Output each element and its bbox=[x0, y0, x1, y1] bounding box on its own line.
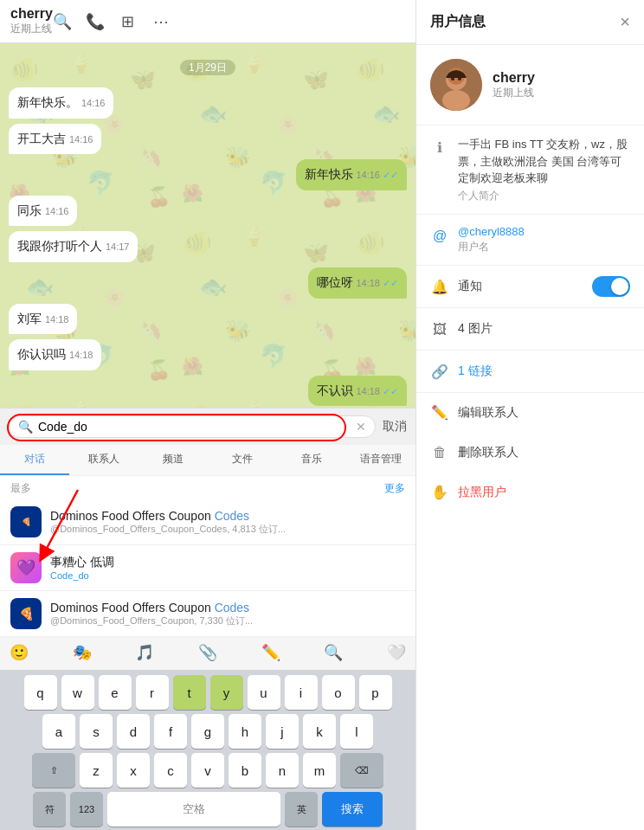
key-w[interactable]: w bbox=[61, 675, 94, 710]
key-j[interactable]: j bbox=[266, 714, 299, 749]
key-space[interactable]: 空格 bbox=[107, 792, 280, 827]
delete-contact-action[interactable]: 🗑 删除联系人 bbox=[416, 433, 644, 473]
attachment-icon[interactable]: 📎 bbox=[196, 640, 220, 665]
search-tab-files[interactable]: 文件 bbox=[208, 445, 277, 475]
key-f[interactable]: f bbox=[154, 714, 187, 749]
key-q[interactable]: q bbox=[24, 675, 57, 710]
key-h[interactable]: h bbox=[229, 714, 261, 749]
key-a[interactable]: a bbox=[42, 714, 75, 749]
search-input-wrap[interactable]: 🔍 ✕ bbox=[9, 415, 376, 438]
username-value[interactable]: @cheryl8888 bbox=[458, 225, 525, 238]
pencil-icon[interactable]: ✏️ bbox=[259, 640, 283, 665]
search-more-link[interactable]: 更多 bbox=[384, 481, 405, 496]
key-z[interactable]: z bbox=[80, 753, 113, 788]
chat-contact-name: cherry bbox=[10, 6, 53, 21]
search-tab-contacts[interactable]: 联系人 bbox=[69, 445, 138, 475]
key-m[interactable]: m bbox=[303, 753, 336, 788]
svg-point-3 bbox=[442, 90, 470, 111]
message-bubble: 开工大吉 14:16 bbox=[9, 124, 101, 155]
key-lang[interactable]: 英 bbox=[285, 792, 318, 827]
link-icon: 🔗 bbox=[430, 363, 449, 382]
links-row[interactable]: 🔗 1 链接 bbox=[416, 351, 644, 393]
media-row[interactable]: 🖼 4 图片 bbox=[416, 308, 644, 351]
table-row: 不认识 14:18 ✓✓ bbox=[308, 376, 407, 407]
key-k[interactable]: k bbox=[303, 714, 336, 749]
result-info: 事糟心 低调 Code_do bbox=[50, 555, 405, 581]
key-x[interactable]: x bbox=[117, 753, 150, 788]
search-tab-music[interactable]: 音乐 bbox=[277, 445, 346, 475]
key-t[interactable]: t bbox=[173, 675, 206, 710]
key-i[interactable]: i bbox=[285, 675, 318, 710]
key-y[interactable]: y bbox=[210, 675, 243, 710]
result-sub: Code_do bbox=[50, 570, 405, 581]
key-num[interactable]: 123 bbox=[70, 792, 103, 827]
key-search[interactable]: 搜索 bbox=[322, 792, 383, 827]
key-c[interactable]: c bbox=[154, 753, 187, 788]
close-panel-button[interactable]: × bbox=[620, 12, 630, 32]
phone-icon[interactable]: 📞 bbox=[86, 12, 105, 31]
table-row: 新年快乐 14:16 ✓✓ bbox=[296, 159, 407, 190]
search-tab-voice[interactable]: 语音管理 bbox=[346, 445, 415, 475]
result-name: Dominos Food Offers Coupon Codes bbox=[50, 509, 405, 523]
sticker-icon[interactable]: 🎭 bbox=[70, 640, 94, 665]
emoji-icon[interactable]: 🙂 bbox=[7, 640, 31, 665]
keyboard-rows: q w e r t y u i o p a s d f g h bbox=[3, 675, 412, 827]
key-p[interactable]: p bbox=[359, 675, 392, 710]
list-item[interactable]: 🍕 Dominos Food Offers Coupon Codes @Domi… bbox=[0, 499, 415, 545]
svg-point-6 bbox=[458, 77, 461, 80]
message-bubble: 刘军 14:18 bbox=[9, 304, 77, 335]
key-o[interactable]: o bbox=[322, 675, 355, 710]
info-icon: ℹ bbox=[430, 138, 449, 157]
delete-contact-label: 删除联系人 bbox=[458, 445, 518, 460]
key-n[interactable]: n bbox=[266, 753, 299, 788]
layout-icon[interactable]: ⊞ bbox=[119, 12, 138, 31]
clear-search-icon[interactable]: ✕ bbox=[356, 420, 366, 434]
keyboard-row-1: q w e r t y u i o p bbox=[3, 675, 412, 710]
search-cancel-button[interactable]: 取消 bbox=[383, 419, 407, 434]
key-v[interactable]: v bbox=[191, 753, 224, 788]
message-bubble: 同乐 14:16 bbox=[9, 196, 77, 227]
key-g[interactable]: g bbox=[191, 714, 224, 749]
username-label: 用户名 bbox=[458, 240, 525, 254]
table-row: 我跟你打听个人 14:17 bbox=[9, 231, 138, 262]
edit-contact-action[interactable]: ✏️ 编辑联系人 bbox=[416, 393, 644, 433]
notifications-row: 🔔 通知 bbox=[416, 266, 644, 308]
key-shift[interactable]: ⇧ bbox=[32, 753, 75, 788]
result-avatar: 🍕 bbox=[10, 598, 42, 629]
list-item[interactable]: 💜 事糟心 低调 Code_do bbox=[0, 545, 415, 591]
mic-icon[interactable]: 🎵 bbox=[132, 640, 157, 665]
key-d[interactable]: d bbox=[117, 714, 150, 749]
bio-text: 一手出 FB ins TT 交友粉，wz，股票，主做欧洲混合 美国 台湾等可定制… bbox=[458, 136, 630, 187]
key-e[interactable]: e bbox=[99, 675, 132, 710]
list-item[interactable]: 🍕 Dominos Food Offers Coupon Codes @Domi… bbox=[0, 591, 415, 637]
key-l[interactable]: l bbox=[340, 714, 373, 749]
more-icon[interactable]: ⋯ bbox=[151, 12, 171, 31]
profile-status: 近期上线 bbox=[493, 86, 535, 100]
result-sub: @Dominos_Food_Offers_Coupon, 7,330 位订... bbox=[50, 614, 405, 627]
table-row: 新年快乐。 14:16 bbox=[9, 87, 113, 119]
search-tab-chat[interactable]: 对话 bbox=[0, 445, 69, 475]
bio-label: 个人简介 bbox=[458, 189, 630, 203]
search-input[interactable] bbox=[38, 420, 351, 434]
bell-icon: 🔔 bbox=[430, 278, 449, 297]
search-icon[interactable]: 🔍 bbox=[53, 12, 72, 31]
notifications-toggle[interactable] bbox=[592, 276, 630, 297]
search-toolbar-icon[interactable]: 🔍 bbox=[321, 640, 345, 665]
input-toolbar: 🙂 🎭 🎵 📎 ✏️ 🔍 🤍 bbox=[0, 637, 415, 670]
hand-icon: ✋ bbox=[430, 483, 449, 502]
key-backspace[interactable]: ⌫ bbox=[340, 753, 383, 788]
search-tab-channels[interactable]: 频道 bbox=[138, 445, 208, 475]
key-r[interactable]: r bbox=[136, 675, 169, 710]
user-profile-info: cherry 近期上线 bbox=[493, 70, 535, 100]
username-content: @cheryl8888 用户名 bbox=[458, 225, 525, 254]
message-bubble: 不认识 14:18 ✓✓ bbox=[308, 376, 407, 407]
search-icon-small: 🔍 bbox=[18, 420, 33, 434]
heart-icon[interactable]: 🤍 bbox=[384, 640, 409, 665]
search-results: 最多 更多 🍕 Dominos Food Offers Coupon Codes… bbox=[0, 476, 415, 637]
key-sym[interactable]: 符 bbox=[33, 792, 66, 827]
table-row: 哪位呀 14:18 ✓✓ bbox=[308, 267, 407, 299]
block-user-action[interactable]: ✋ 拉黑用户 bbox=[416, 473, 644, 512]
key-u[interactable]: u bbox=[248, 675, 280, 710]
key-b[interactable]: b bbox=[229, 753, 261, 788]
key-s[interactable]: s bbox=[80, 714, 113, 749]
